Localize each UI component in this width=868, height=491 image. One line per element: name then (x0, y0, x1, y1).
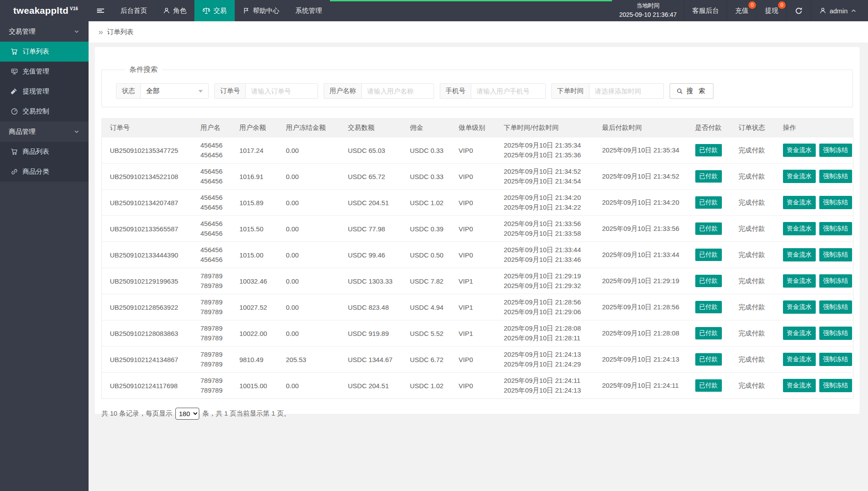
force-freeze-button[interactable]: 强制冻结 (819, 353, 852, 366)
paid-badge: 已付款 (695, 353, 722, 366)
pay-time-line: 2025年09月10日 21:34:54 (504, 176, 592, 186)
refresh-button[interactable] (786, 0, 811, 21)
phone-input[interactable] (471, 84, 545, 98)
order-time-line: 2025年09月10日 21:24:13 (504, 350, 592, 359)
sidebar-item-withdraw-management[interactable]: 提现管理 (0, 82, 89, 101)
fund-flow-button[interactable]: 资金流水 (783, 170, 816, 183)
commission-cell: USDC 5.52 (402, 320, 451, 347)
username-cell: 456456456456 (193, 137, 232, 164)
sidebar-group-product-management[interactable]: 商品管理 (0, 121, 89, 142)
order-number-cell: UB2509102129199635 (102, 268, 193, 294)
column-header: 用户名 (193, 119, 232, 137)
force-freeze-button[interactable]: 强制冻结 (819, 327, 852, 340)
admin-user-menu[interactable]: admin (811, 0, 868, 21)
page-size-select[interactable]: 180 (175, 408, 199, 420)
sidebar-item-trade-control[interactable]: 交易控制 (0, 101, 89, 121)
table-row: UB25091021241348677897897897899810.49205… (102, 347, 853, 373)
force-freeze-button[interactable]: 强制冻结 (819, 248, 852, 261)
order-time-line: 2025年09月10日 21:34:20 (504, 193, 592, 203)
main-area: » 订单列表 条件搜索 状态 全部 (89, 21, 868, 491)
force-freeze-button[interactable]: 强制冻结 (819, 274, 852, 288)
username-input[interactable] (362, 84, 434, 98)
sidebar-item-recharge-management[interactable]: 充值管理 (0, 62, 89, 82)
vip-level-cell: VIP0 (451, 190, 496, 216)
search-icon (676, 88, 683, 95)
force-freeze-button[interactable]: 强制冻结 (819, 144, 852, 157)
table-row: UB250910212919963578978978978910032.460.… (102, 268, 853, 294)
force-freeze-button[interactable]: 强制冻结 (819, 170, 852, 183)
fund-flow-button[interactable]: 资金流水 (783, 222, 816, 235)
nav-item-trade[interactable]: 交易 (194, 0, 235, 21)
username-line: 456456 (201, 219, 229, 229)
commission-cell: USDC 1.02 (402, 373, 451, 399)
nav-item-dashboard[interactable]: 后台首页 (112, 0, 155, 21)
trade-amount-cell: USDC 99.46 (340, 242, 402, 268)
recharge-button[interactable]: 充值 0 (727, 0, 756, 21)
sidebar-item-product-list[interactable]: 商品列表 (0, 142, 89, 162)
paid-badge: 已付款 (695, 170, 722, 183)
cart-icon (11, 48, 18, 55)
order-no-input[interactable] (246, 84, 318, 98)
status-select[interactable]: 全部 (141, 84, 208, 98)
vip-level-cell: VIP0 (451, 242, 496, 268)
column-header: 用户冻结金额 (278, 119, 340, 137)
username-label: 用户名称 (324, 84, 362, 98)
recharge-count-badge: 0 (748, 1, 756, 9)
menu-toggle-button[interactable] (89, 0, 112, 21)
local-time: 当地时间 2025-09-10 21:36:47 (612, 0, 684, 21)
sidebar-item-product-category[interactable]: 商品分类 (0, 162, 89, 182)
gauge-icon (11, 108, 18, 115)
nav-item-help[interactable]: 帮助中心 (235, 0, 287, 21)
pay-time-line: 2025年09月10日 21:29:06 (504, 307, 592, 317)
username-cell: 456456456456 (193, 242, 232, 268)
order-time-input[interactable] (589, 84, 663, 98)
fund-flow-button[interactable]: 资金流水 (783, 353, 816, 366)
username-line: 789789 (201, 376, 229, 386)
table-row: UB25091021334443904564564564561015.000.0… (102, 242, 853, 268)
last-pay-time-cell: 2025年09月10日 21:33:56 (594, 216, 687, 242)
last-pay-time-cell: 2025年09月10日 21:35:34 (594, 137, 687, 164)
withdraw-count-badge: 0 (778, 1, 786, 9)
column-header: 订单号 (102, 119, 193, 137)
commission-cell: USDC 6.72 (402, 347, 451, 373)
fund-flow-button[interactable]: 资金流水 (783, 274, 816, 288)
gavel-icon (11, 88, 18, 95)
local-time-value: 2025-09-10 21:36:47 (619, 10, 677, 20)
username-cell: 789789789789 (193, 347, 232, 373)
order-status-cell: 完成付款 (731, 242, 775, 268)
order-number-cell: UB2509102135347725 (102, 137, 193, 164)
column-header: 交易数额 (340, 119, 402, 137)
service-backend-button[interactable]: 客服后台 (684, 0, 727, 21)
local-time-label: 当地时间 (636, 1, 659, 10)
force-freeze-button[interactable]: 强制冻结 (819, 379, 852, 392)
fund-flow-button[interactable]: 资金流水 (783, 196, 816, 209)
actions-cell: 资金流水强制冻结 (775, 190, 853, 216)
username-line: 456456 (201, 255, 229, 265)
balance-cell: 1015.50 (232, 216, 278, 242)
actions-cell: 资金流水强制冻结 (775, 268, 853, 294)
sidebar-group-trade-management[interactable]: 交易管理 (0, 21, 89, 42)
sidebar-item-order-list[interactable]: 订单列表 (0, 42, 89, 62)
withdraw-button[interactable]: 提现 0 (756, 0, 786, 21)
fund-flow-button[interactable]: 资金流水 (783, 144, 816, 157)
username-line: 456456 (201, 140, 229, 150)
search-button[interactable]: 搜 索 (670, 83, 713, 99)
fund-flow-button[interactable]: 资金流水 (783, 379, 816, 392)
chevron-down-icon (74, 28, 80, 35)
force-freeze-button[interactable]: 强制冻结 (819, 196, 852, 209)
nav-item-system[interactable]: 系统管理 (287, 0, 330, 21)
fund-flow-button[interactable]: 资金流水 (783, 248, 816, 261)
last-pay-time-cell: 2025年09月10日 21:34:20 (594, 190, 687, 216)
last-pay-time-cell: 2025年09月10日 21:34:52 (594, 164, 687, 190)
fund-flow-button[interactable]: 资金流水 (783, 327, 816, 340)
breadcrumb-chevrons-icon: » (98, 27, 103, 36)
commission-cell: USDC 0.33 (402, 137, 451, 164)
nav-item-roles[interactable]: 角色 (155, 0, 194, 21)
force-freeze-button[interactable]: 强制冻结 (819, 222, 852, 235)
column-header: 用户余额 (232, 119, 278, 137)
fund-flow-button[interactable]: 资金流水 (783, 300, 816, 314)
username-line: 456456 (201, 193, 229, 203)
force-freeze-button[interactable]: 强制冻结 (819, 300, 852, 314)
paid-status-cell: 已付款 (687, 268, 731, 294)
flag-icon (243, 7, 250, 14)
